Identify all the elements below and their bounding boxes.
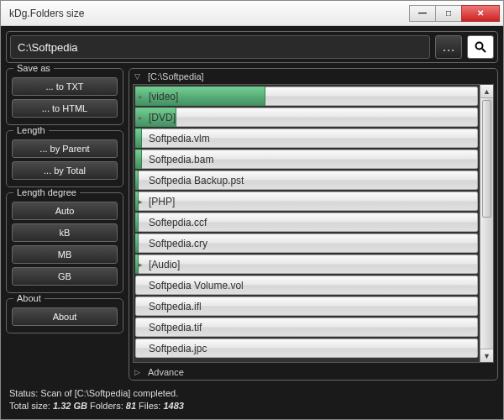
path-text: C:\Softpedia [18, 41, 78, 54]
svg-point-0 [476, 43, 483, 50]
list-item[interactable]: Softpedia.ifl [135, 297, 478, 316]
minimize-icon: — [418, 8, 427, 18]
minimize-button[interactable]: — [409, 5, 436, 22]
folder-list: ▸[video]▸[DVD]Softpedia.vlmSoftpedia.bam… [134, 85, 480, 362]
list-item[interactable]: ▸[Audio] [135, 255, 478, 274]
list-item[interactable]: Softpedia Backup.pst [135, 171, 478, 190]
advance-label: Advance [148, 367, 184, 377]
save-as-group: Save as ... to TXT ... to HTML [6, 68, 123, 125]
save-as-title: Save as [13, 63, 54, 73]
folders-value: 81 [126, 401, 136, 411]
scroll-up-icon[interactable]: ▲ [480, 85, 493, 98]
list-item[interactable]: Softpedia.cry [135, 234, 478, 253]
middle-area: Save as ... to TXT ... to HTML Length ..… [6, 68, 498, 381]
degree-gb-button[interactable]: GB [12, 267, 118, 286]
item-label: Softepdia.ccf [135, 217, 207, 228]
titlebar[interactable]: kDg.Folders size — □ ✕ [1, 1, 503, 26]
item-label: Softpedia.cry [135, 238, 207, 249]
main-header-text: [C:\Softpedia] [148, 71, 204, 81]
about-title: About [13, 293, 45, 303]
maximize-icon: □ [446, 8, 451, 18]
list-item[interactable]: Softepdia.ccf [135, 213, 478, 232]
path-bar-container: C:\Softpedia … [6, 31, 498, 63]
degree-mb-button[interactable]: MB [12, 245, 118, 264]
item-label: Softpedia.ifl [135, 301, 202, 312]
list-item[interactable]: Softpedia.vlm [135, 129, 478, 148]
length-parent-button[interactable]: ... by Parent [12, 139, 118, 158]
item-label: [video] [135, 91, 178, 102]
length-title: Length [13, 125, 49, 135]
list-item[interactable]: ▸[video] [135, 87, 478, 106]
advance-bar[interactable]: ▷ Advance [129, 365, 497, 380]
length-degree-group: Length degree Auto kB MB GB [6, 192, 123, 293]
item-label: Softpedia.jpc [135, 343, 207, 354]
item-label: [PHP] [135, 196, 175, 207]
item-label: Softpedia.tif [135, 322, 202, 333]
item-label: Softpedia.vlm [135, 133, 210, 144]
length-degree-title: Length degree [13, 187, 80, 197]
close-button[interactable]: ✕ [461, 5, 500, 22]
about-group: About About [6, 298, 123, 333]
app-window: kDg.Folders size — □ ✕ C:\Softpedia … [0, 0, 504, 420]
item-label: Softpedia Backup.pst [135, 175, 244, 186]
item-label: [DVD] [135, 112, 176, 123]
row-background [135, 192, 478, 211]
row-background [135, 108, 478, 127]
ellipsis-icon: … [442, 39, 455, 55]
window-title: kDg.Folders size [1, 8, 410, 19]
status-line-2: Total size: 1.32 GB Folders: 81 Files: 1… [9, 400, 495, 412]
close-icon: ✕ [477, 8, 484, 18]
list-container: ▸[video]▸[DVD]Softpedia.vlmSoftpedia.bam… [133, 84, 494, 363]
list-item[interactable]: ▸[PHP] [135, 192, 478, 211]
path-input[interactable]: C:\Softpedia [10, 35, 430, 59]
item-label: Softpedia.bam [135, 154, 213, 165]
degree-kb-button[interactable]: kB [12, 223, 118, 242]
save-txt-button[interactable]: ... to TXT [12, 77, 118, 96]
scrollbar[interactable]: ▲ ▼ [480, 85, 493, 362]
list-item[interactable]: Softpedia.tif [135, 318, 478, 337]
row-background [135, 255, 478, 274]
files-value: 1483 [163, 401, 183, 411]
scroll-thumb[interactable] [482, 100, 491, 218]
total-size-value: 1.32 GB [53, 401, 87, 411]
status-bar: Status: Scan of [C:\Softpedia] completed… [6, 386, 498, 414]
save-html-button[interactable]: ... to HTML [12, 99, 118, 118]
main-header[interactable]: ▽ [C:\Softpedia] [129, 69, 497, 84]
browse-button[interactable]: … [435, 35, 462, 59]
scan-button[interactable] [467, 35, 494, 59]
sidebar: Save as ... to TXT ... to HTML Length ..… [6, 68, 123, 381]
list-item[interactable]: Softpedia Volume.vol [135, 276, 478, 295]
length-total-button[interactable]: ... by Total [12, 161, 118, 180]
degree-auto-button[interactable]: Auto [12, 202, 118, 220]
about-button[interactable]: About [12, 307, 118, 326]
list-item[interactable]: Softpedia.bam [135, 150, 478, 169]
svg-line-1 [482, 49, 486, 52]
length-group: Length ... by Parent ... by Total [6, 130, 123, 187]
magnifier-icon [474, 40, 487, 54]
item-label: [Audio] [135, 259, 180, 270]
scroll-down-icon[interactable]: ▼ [480, 349, 493, 362]
main-panel: ▽ [C:\Softpedia] ▸[video]▸[DVD]Softpedia… [129, 68, 498, 381]
expand-icon: ▷ [134, 368, 143, 376]
window-buttons: — □ ✕ [410, 5, 500, 22]
collapse-icon: ▽ [134, 72, 143, 81]
list-item[interactable]: ▸[DVD] [135, 108, 478, 127]
item-label: Softpedia Volume.vol [135, 280, 244, 291]
maximize-button[interactable]: □ [435, 5, 462, 22]
status-line-1: Status: Scan of [C:\Softpedia] completed… [9, 387, 495, 400]
list-item[interactable]: Softpedia.jpc [135, 339, 478, 358]
client-area: C:\Softpedia … Save as ... to TXT ... to… [1, 26, 503, 419]
